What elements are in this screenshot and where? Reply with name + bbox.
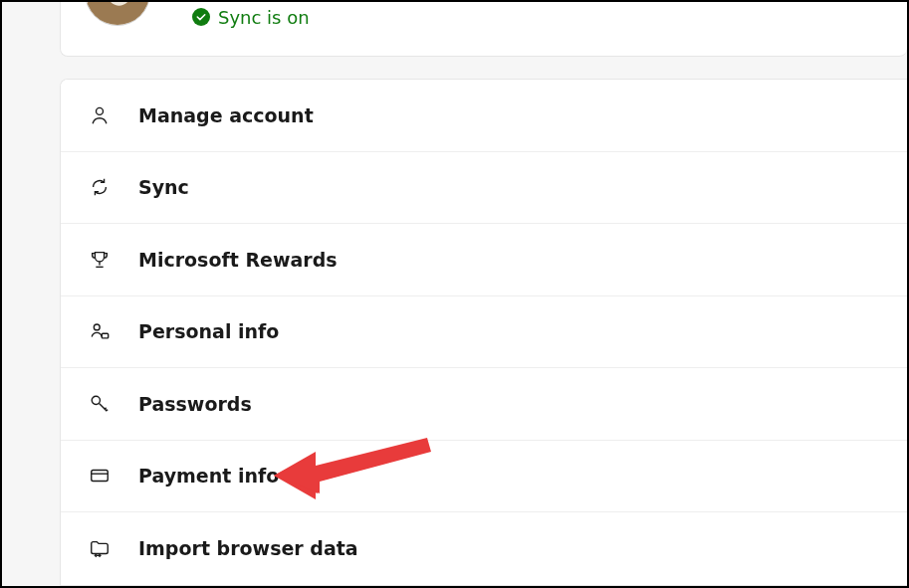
settings-list: Manage account Sync Microsoft Rewards Pe…: [60, 79, 907, 586]
profile-card: Sync is on: [60, 2, 907, 57]
row-label: Payment info: [138, 465, 279, 487]
row-label: Import browser data: [138, 537, 358, 559]
svg-point-5: [92, 396, 100, 404]
trophy-icon: [87, 249, 113, 271]
row-import-browser-data[interactable]: Import browser data: [61, 512, 907, 585]
svg-rect-4: [102, 334, 108, 339]
row-label: Microsoft Rewards: [138, 249, 338, 271]
row-manage-account[interactable]: Manage account: [61, 80, 907, 152]
row-payment-info[interactable]: Payment info: [61, 441, 907, 513]
sync-status-label: Sync is on: [218, 7, 310, 28]
row-microsoft-rewards[interactable]: Microsoft Rewards: [61, 224, 907, 296]
row-passwords[interactable]: Passwords: [61, 368, 907, 441]
row-label: Sync: [138, 176, 189, 198]
person-card-icon: [87, 320, 113, 342]
row-label: Passwords: [138, 393, 252, 415]
folder-arrow-icon: [87, 537, 113, 559]
key-icon: [87, 393, 113, 415]
row-sync[interactable]: Sync: [61, 152, 907, 225]
row-personal-info[interactable]: Personal info: [61, 296, 907, 369]
checkmark-circle-icon: [192, 8, 210, 26]
sync-icon: [87, 176, 113, 198]
credit-card-icon: [87, 465, 113, 487]
svg-point-2: [97, 107, 104, 114]
svg-point-3: [94, 324, 100, 330]
svg-rect-6: [92, 471, 109, 482]
avatar[interactable]: [85, 0, 150, 26]
row-label: Personal info: [138, 320, 279, 342]
row-label: Manage account: [138, 104, 314, 126]
person-icon: [87, 104, 113, 126]
sync-status: Sync is on: [192, 2, 310, 32]
